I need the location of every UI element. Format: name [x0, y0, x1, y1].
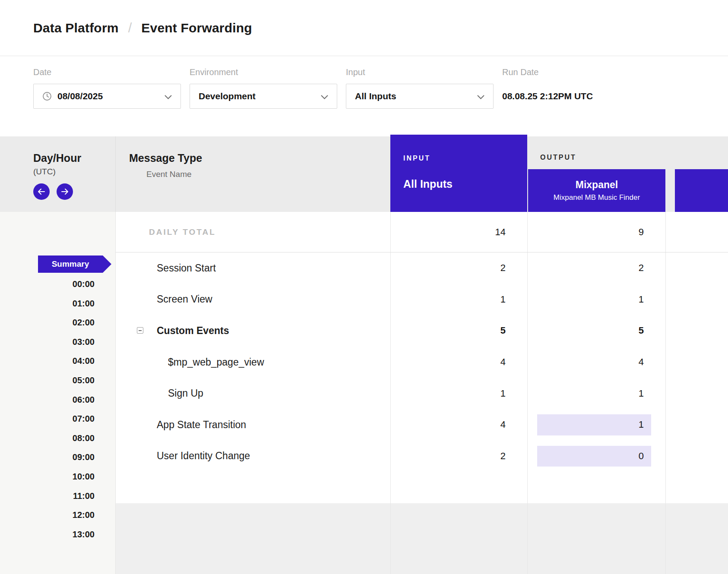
output-column-subtitle: Mixpanel MB Music Finder: [554, 193, 640, 202]
row-spacer: [665, 284, 728, 315]
hour-label[interactable]: 06:00: [0, 390, 95, 410]
input-column-name: All Inputs: [403, 178, 527, 190]
input-count-cell: 1: [390, 284, 527, 315]
date-value: 08/08/2025: [57, 91, 165, 101]
daily-total-label: DAILY TOTAL: [116, 212, 390, 252]
input-count-cell: 5: [390, 315, 527, 347]
environment-filter: Environment Development: [190, 67, 337, 136]
footer-cell: [116, 503, 390, 574]
chevron-down-icon: [477, 91, 484, 101]
output-count: 1: [639, 294, 644, 305]
output-kicker: OUTPUT: [540, 154, 576, 161]
date-filter: Date 08/08/2025: [33, 67, 181, 136]
daily-total-output-cell: 9: [527, 212, 665, 252]
message-type-header: Message Type Event Name: [116, 136, 390, 212]
empty-cell: [390, 472, 527, 503]
next-output-column-header[interactable]: [675, 169, 728, 212]
hour-label[interactable]: 00:00: [0, 274, 95, 294]
row-spacer: [665, 315, 728, 347]
summary-flag[interactable]: Summary: [38, 255, 103, 273]
next-day-button[interactable]: [57, 183, 73, 200]
hour-label[interactable]: 10:00: [0, 467, 95, 486]
empty-cell: [665, 472, 728, 503]
table-main: DAILY TOTAL 14 9 Session Start22Screen V…: [116, 212, 728, 574]
output-count-cell: 1: [527, 378, 665, 409]
input-kicker: INPUT: [403, 155, 527, 162]
footer-cell: [665, 503, 728, 574]
input-count: 2: [500, 262, 506, 274]
event-name-subtitle: Event Name: [146, 170, 390, 179]
footer-cell: [390, 503, 527, 574]
row-spacer: [665, 409, 728, 441]
event-name-cell: $mp_web_page_view: [116, 347, 390, 378]
event-name-cell: Session Start: [116, 252, 390, 284]
event-name-cell: Sign Up: [116, 378, 390, 409]
hour-label[interactable]: 08:00: [0, 429, 95, 448]
event-name: Screen View: [157, 293, 212, 305]
daily-total-output: 9: [639, 227, 644, 238]
input-count: 1: [500, 388, 506, 399]
date-filter-label: Date: [33, 67, 181, 77]
hour-label[interactable]: 04:00: [0, 351, 95, 371]
collapse-icon[interactable]: [137, 327, 143, 334]
output-count: 1: [639, 388, 644, 399]
hour-label[interactable]: 01:00: [0, 294, 95, 313]
output-count: 2: [639, 262, 644, 274]
event-name: Custom Events: [157, 325, 229, 337]
table-row: Session Start22: [116, 252, 728, 284]
output-column-header[interactable]: Mixpanel Mixpanel MB Music Finder: [528, 169, 665, 212]
event-name: App State Transition: [157, 419, 246, 431]
event-name-cell: App State Transition: [116, 409, 390, 441]
breadcrumb-section[interactable]: Data Platform: [33, 21, 119, 35]
day-hour-title: Day/Hour: [33, 152, 115, 164]
input-count-cell: 2: [390, 252, 527, 284]
output-count-cell: 2: [527, 252, 665, 284]
empty-cell: [116, 472, 390, 503]
row-spacer: [665, 378, 728, 409]
run-date: Run Date 08.08.25 2:12PM UTC: [502, 67, 593, 136]
row-spacer: [665, 441, 728, 472]
page-title: Event Forwarding: [141, 21, 252, 35]
table-row: Sign Up11: [116, 378, 728, 409]
output-count: 1: [639, 419, 644, 430]
hour-label[interactable]: 03:00: [0, 332, 95, 352]
hour-label[interactable]: 07:00: [0, 409, 95, 429]
table-body: Summary 00:0001:0002:0003:0004:0005:0006…: [0, 212, 728, 574]
output-column-name: Mixpanel: [576, 179, 618, 191]
input-dropdown[interactable]: All Inputs: [346, 84, 494, 109]
environment-filter-label: Environment: [190, 67, 337, 77]
daily-total-spacer: [665, 212, 728, 252]
input-count: 4: [500, 356, 506, 368]
hour-label[interactable]: 09:00: [0, 448, 95, 467]
daily-total-input: 14: [495, 227, 506, 238]
hour-label[interactable]: 02:00: [0, 313, 95, 332]
environment-value: Development: [199, 91, 321, 101]
empty-row: [116, 472, 728, 503]
event-name: Session Start: [157, 262, 216, 274]
hour-label[interactable]: 11:00: [0, 486, 95, 506]
chevron-down-icon: [165, 91, 172, 101]
day-hour-sidebar: Summary 00:0001:0002:0003:0004:0005:0006…: [0, 212, 116, 574]
prev-day-button[interactable]: [33, 183, 50, 200]
table-row: App State Transition41: [116, 409, 728, 441]
event-name-cell: Screen View: [116, 284, 390, 315]
input-column-header[interactable]: INPUT All Inputs: [390, 135, 527, 212]
breadcrumb: Data Platform / Event Forwarding: [0, 0, 728, 56]
date-dropdown[interactable]: 08/08/2025: [33, 84, 181, 109]
run-date-label: Run Date: [502, 67, 593, 77]
chevron-down-icon: [321, 91, 328, 101]
input-count-cell: 4: [390, 409, 527, 441]
table-row: Custom Events55: [116, 315, 728, 347]
footer-cell: [527, 503, 665, 574]
day-nav: [33, 183, 115, 200]
hour-label[interactable]: 12:00: [0, 505, 95, 525]
hour-label[interactable]: 13:00: [0, 525, 95, 544]
input-count: 1: [500, 294, 506, 305]
run-date-value: 08.08.25 2:12PM UTC: [502, 84, 593, 109]
daily-total-row: DAILY TOTAL 14 9: [116, 212, 728, 252]
hour-label[interactable]: 05:00: [0, 371, 95, 390]
day-hour-subtitle: (UTC): [33, 167, 115, 177]
event-name-cell: User Identity Change: [116, 441, 390, 472]
environment-dropdown[interactable]: Development: [190, 84, 337, 109]
output-count: 4: [639, 356, 644, 368]
